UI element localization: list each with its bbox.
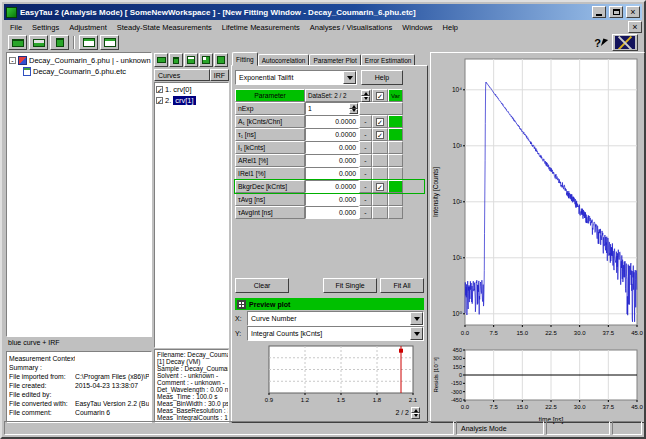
tools-button[interactable]: [612, 34, 638, 51]
param-var-cell[interactable]: [388, 180, 403, 193]
new-window-button[interactable]: [79, 35, 98, 50]
param-value-input[interactable]: 0.0000: [305, 180, 359, 193]
param-var-cell[interactable]: [388, 193, 403, 206]
svg-text:10⁴: 10⁴: [452, 86, 462, 93]
print-button[interactable]: [29, 35, 48, 50]
param-checkbox[interactable]: ✓: [376, 118, 384, 126]
curves-column-header[interactable]: Curves: [154, 69, 210, 81]
summary-value: [75, 363, 149, 372]
menu-settings[interactable]: Settings: [27, 22, 64, 33]
param-dash: -: [359, 128, 372, 141]
menu-windows[interactable]: Windows: [397, 22, 437, 33]
close-button[interactable]: ×: [626, 6, 640, 18]
dataset-spinner[interactable]: [361, 90, 370, 102]
tree-expander-icon[interactable]: -: [9, 57, 16, 64]
curves-panel: Curves IRF ✓ 1. crv[0] ✓ 2. crv[1] Filen…: [154, 52, 229, 423]
param-value-input[interactable]: 0.0000: [305, 128, 359, 141]
model-help-button[interactable]: Help: [361, 70, 403, 85]
menu-analyses[interactable]: Analyses / Visualisations: [305, 22, 397, 33]
param-value-input[interactable]: 0.000: [305, 154, 359, 167]
curve-label[interactable]: crv[0]: [173, 85, 191, 94]
param-var-cell[interactable]: [388, 141, 403, 154]
clear-button[interactable]: Clear: [235, 278, 289, 293]
param-var-cell[interactable]: [388, 167, 403, 180]
dropdown-button[interactable]: [410, 327, 423, 340]
param-value-input[interactable]: 0.000: [305, 206, 359, 219]
param-value: 0.0000: [335, 118, 356, 125]
fit-all-button[interactable]: Fit All: [380, 278, 424, 293]
curve-row-2[interactable]: ✓ 2. crv[1]: [156, 95, 227, 106]
context-help-button[interactable]: ?: [591, 37, 610, 49]
restore-button[interactable]: [609, 6, 623, 18]
residuals-plot[interactable]: 0.07.515.022.530.037.545.04503001500-150…: [431, 347, 644, 425]
curve-save-button[interactable]: [184, 53, 198, 67]
menu-file[interactable]: File: [5, 22, 27, 33]
nexp-spinner[interactable]: [349, 103, 358, 114]
curve-delete-button[interactable]: [169, 53, 183, 67]
fit-model-select[interactable]: Exponential Tailfit: [235, 70, 357, 85]
curve-info-line: Sample : Decay_Coumarin_6.phu: [157, 365, 226, 372]
param-value-input[interactable]: 1: [305, 102, 359, 115]
curve-checkbox[interactable]: ✓: [156, 86, 163, 93]
curve-legend: blue curve + IRF: [6, 339, 152, 349]
delete-curve-icon: [173, 57, 179, 64]
main-toolbar: ?: [4, 34, 642, 51]
menu-help[interactable]: Help: [438, 22, 463, 33]
y-axis-select[interactable]: Integral Counts [kCnts]: [247, 326, 424, 341]
param-value-input[interactable]: 0.0000: [305, 115, 359, 128]
curve-sum-button[interactable]: [214, 53, 228, 67]
mdi-close-button[interactable]: ×: [628, 21, 642, 33]
param-var-cell[interactable]: [388, 154, 403, 167]
tree-item-measurement[interactable]: - Decay_Coumarin_6.phu | - unknown -: [9, 55, 149, 66]
svg-text:0.9: 0.9: [265, 397, 274, 403]
param-var-cell[interactable]: [388, 206, 403, 219]
menu-adjustment[interactable]: Adjustment: [64, 22, 112, 33]
menu-lifetime[interactable]: Lifetime Measurements: [217, 22, 305, 33]
irf-column-header[interactable]: IRF: [210, 69, 229, 81]
curve-chart-button[interactable]: [199, 53, 213, 67]
svg-text:22.5: 22.5: [545, 330, 557, 336]
dropdown-button[interactable]: [410, 312, 423, 325]
param-checkbox[interactable]: ✓: [376, 131, 384, 139]
preview-plot-header[interactable]: Preview plot: [235, 298, 424, 310]
spin-down-button[interactable]: [411, 413, 420, 419]
tree-item-etc-file[interactable]: Decay_Coumarin_6.phu.etc: [9, 66, 149, 77]
summary-value: C:\Program Files (x86)\PicoQuan: [75, 372, 149, 381]
param-value-input[interactable]: 0.000: [305, 167, 359, 180]
svg-text:37.5: 37.5: [602, 330, 614, 336]
fit-single-button[interactable]: Fit Single: [323, 278, 377, 293]
minimize-button[interactable]: [592, 6, 606, 18]
curve-checkbox[interactable]: ✓: [156, 97, 163, 104]
split-window-button[interactable]: [100, 35, 119, 50]
decay-plot[interactable]: 0.07.515.022.530.037.545.010⁴10³10²10¹10…: [431, 53, 644, 345]
curve-label-selected[interactable]: crv[1]: [173, 96, 195, 105]
pager-spinner[interactable]: [411, 407, 420, 419]
curve-open-button[interactable]: [154, 53, 168, 67]
curve-row-1[interactable]: ✓ 1. crv[0]: [156, 84, 227, 95]
dropdown-button[interactable]: [343, 71, 356, 84]
spin-down-button[interactable]: [349, 109, 358, 115]
check-all-checkbox[interactable]: ✓: [376, 92, 384, 100]
svg-text:Resids [10⁻³]: Resids [10⁻³]: [433, 357, 439, 393]
preview-plot-area[interactable]: 0.91.21.51.82.1: [259, 342, 419, 406]
param-checkbox[interactable]: ✓: [376, 183, 384, 191]
printer-icon: [33, 39, 45, 47]
menu-steady-state[interactable]: Steady-State Measurements: [112, 22, 217, 33]
param-var-cell[interactable]: [388, 128, 403, 141]
status-mode: Analysis Mode: [456, 421, 544, 435]
param-dash: -: [359, 193, 372, 206]
summary-value: [75, 354, 149, 363]
summary-row: File created:2015-04-23 13:38:07: [9, 381, 149, 390]
delete-button[interactable]: [50, 35, 69, 50]
import-button[interactable]: [8, 35, 27, 50]
param-value-input[interactable]: 0.000: [305, 141, 359, 154]
tab-fitting[interactable]: Fitting: [232, 52, 258, 66]
summary-value: 2015-04-23 13:38:07: [75, 381, 149, 390]
param-value-input[interactable]: 0.000: [305, 193, 359, 206]
spin-down-button[interactable]: [361, 96, 370, 102]
param-var-cell[interactable]: [388, 115, 403, 128]
workspace-tree: - Decay_Coumarin_6.phu | - unknown - Dec…: [6, 52, 152, 337]
x-axis-select[interactable]: Curve Number: [247, 311, 424, 326]
preview-plot-svg[interactable]: 0.91.21.51.82.1: [259, 342, 419, 406]
row-filler: [359, 102, 403, 115]
